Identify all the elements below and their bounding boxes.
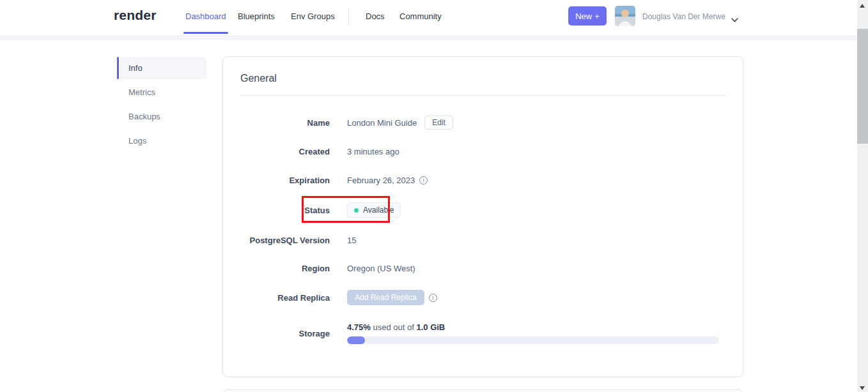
nav-divider: [348, 9, 349, 26]
sidebar-item-info[interactable]: Info: [120, 57, 206, 79]
scrollbar-thumb[interactable]: [857, 29, 868, 144]
sidebar-item-metrics[interactable]: Metrics: [120, 81, 206, 103]
edit-name-button[interactable]: Edit: [424, 116, 453, 130]
nav-tab-env-groups[interactable]: Env Groups: [291, 11, 335, 21]
name-row: Name London Mini Guide Edit: [240, 115, 453, 130]
avatar-photo: [615, 6, 635, 26]
region-row: Region Oregon (US West): [240, 262, 415, 275]
status-badge: Available: [347, 202, 401, 218]
storage-row: Storage 4.75% used out of 1.0 GiB: [240, 322, 719, 345]
nav-tab-blueprints[interactable]: Blueprints: [238, 11, 275, 21]
scrollbar-down-arrow-icon[interactable]: [860, 386, 865, 390]
status-row: Status Available: [240, 202, 401, 218]
card-title-divider: [240, 95, 727, 96]
add-read-replica-button[interactable]: Add Read Replica: [347, 290, 424, 305]
region-label: Region: [240, 264, 330, 273]
storage-used-percent: 4.75%: [347, 322, 371, 332]
subheader-strip: [0, 37, 868, 40]
storage-total: 1.0 GiB: [416, 322, 445, 332]
nav-link-community[interactable]: Community: [399, 11, 442, 21]
sidebar-active-indicator: [117, 57, 119, 79]
expiration-value: February 26, 2023: [347, 176, 415, 185]
chevron-down-icon[interactable]: [731, 13, 738, 25]
storage-usage-text: 4.75% used out of 1.0 GiB: [347, 322, 719, 332]
read-replica-info-icon[interactable]: [429, 294, 437, 302]
read-replica-row: Read Replica Add Read Replica: [240, 289, 437, 306]
user-name[interactable]: Douglas Van Der Merwe: [642, 12, 725, 21]
new-button[interactable]: New +: [568, 6, 607, 26]
read-replica-label: Read Replica: [240, 293, 330, 303]
expiration-row: Expiration February 26, 2023: [240, 174, 428, 186]
created-row: Created 3 minutes ago: [240, 145, 399, 158]
scrollbar-up-arrow-icon[interactable]: [860, 4, 865, 8]
general-card: General Name London Mini Guide Edit Crea…: [222, 56, 743, 377]
storage-progress-bar: [347, 336, 719, 344]
sidebar-item-backups[interactable]: Backups: [120, 105, 206, 128]
new-button-label: New: [575, 11, 592, 21]
postgresql-version-label: PostgreSQL Version: [240, 236, 330, 245]
expiration-label: Expiration: [240, 176, 330, 185]
region-value: Oregon (US West): [347, 264, 415, 273]
render-logo[interactable]: render: [114, 8, 157, 23]
expiration-info-icon[interactable]: [419, 176, 428, 185]
name-value: London Mini Guide: [347, 118, 417, 128]
name-label: Name: [240, 118, 330, 128]
active-tab-underline: [183, 32, 228, 34]
storage-label: Storage: [240, 329, 330, 338]
card-title: General: [240, 73, 277, 84]
vertical-scrollbar[interactable]: [857, 0, 868, 392]
status-value: Available: [363, 206, 394, 215]
nav-link-docs[interactable]: Docs: [366, 11, 385, 21]
next-card-top-edge: [222, 389, 743, 392]
top-navigation-bar: render Dashboard Blueprints Env Groups D…: [0, 0, 868, 36]
created-value: 3 minutes ago: [347, 147, 399, 156]
created-label: Created: [240, 147, 330, 156]
sidebar-item-logs[interactable]: Logs: [120, 130, 206, 152]
status-dot-icon: [354, 208, 359, 213]
user-avatar[interactable]: [615, 6, 635, 26]
storage-middle-text: used out of: [373, 322, 414, 332]
postgresql-version-row: PostgreSQL Version 15: [240, 234, 356, 246]
nav-tab-dashboard[interactable]: Dashboard: [185, 11, 226, 21]
plus-icon: +: [594, 11, 600, 21]
status-label: Status: [240, 206, 330, 215]
postgresql-version-value: 15: [347, 236, 356, 245]
storage-progress-fill: [347, 336, 365, 344]
